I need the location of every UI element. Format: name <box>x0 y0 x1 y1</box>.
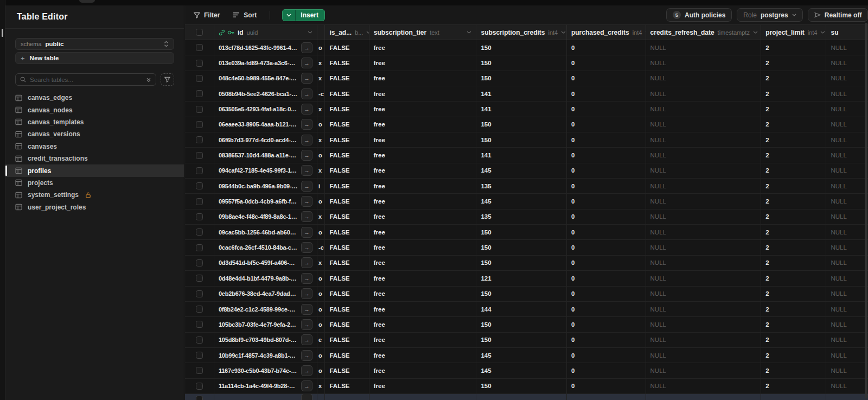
subscription-credits-cell[interactable]: 150 <box>476 225 566 239</box>
row-checkbox[interactable] <box>196 121 203 128</box>
clipped-right-cell[interactable]: NULL <box>826 379 868 393</box>
subscription-credits-cell[interactable]: 150 <box>476 240 566 255</box>
subscription-credits-cell[interactable]: 150 <box>476 55 566 70</box>
purchased-credits-cell[interactable]: 0 <box>567 101 646 116</box>
project-limit-cell[interactable]: 2 <box>761 194 826 208</box>
clipped-right-cell[interactable]: NULL <box>826 209 868 224</box>
expand-row-button[interactable]: → <box>301 181 312 192</box>
clipped-right-cell[interactable]: NULL <box>826 148 868 162</box>
expand-row-button[interactable]: → <box>301 211 312 222</box>
sidebar-filter-button[interactable] <box>161 73 174 86</box>
purchased-credits-cell[interactable]: 0 <box>567 302 646 316</box>
row-checkbox[interactable] <box>196 60 203 67</box>
chevron-down-icon[interactable] <box>753 31 758 34</box>
purchased-credits-cell[interactable]: 0 <box>567 225 646 239</box>
subscription-credits-cell[interactable]: 141 <box>476 148 566 162</box>
credits-refresh-date-cell[interactable]: NULL <box>646 55 762 70</box>
expand-row-button[interactable]: → <box>301 165 312 176</box>
row-checkbox[interactable] <box>196 167 203 174</box>
purchased-credits-cell[interactable]: 0 <box>567 40 646 55</box>
project-limit-cell[interactable]: 2 <box>761 379 826 393</box>
row-checkbox[interactable] <box>196 259 203 266</box>
credits-refresh-date-cell[interactable]: NULL <box>646 287 762 301</box>
clipped-right-cell[interactable]: NULL <box>826 225 868 239</box>
is-admin-cell[interactable]: FALSE <box>325 256 369 270</box>
sidebar-table-item[interactable]: user_project_roles <box>5 201 184 213</box>
chevron-down-icon[interactable] <box>820 31 825 34</box>
expand-row-button[interactable]: → <box>301 73 312 84</box>
sidebar-table-item[interactable]: system_settings <box>5 189 184 201</box>
purchased-credits-cell[interactable]: 0 <box>567 317 646 332</box>
is-admin-cell[interactable]: FALSE <box>325 363 369 378</box>
clipped-cell[interactable]: o <box>317 194 325 208</box>
id-cell[interactable]: 0eb2b676-38ed-4ea7-9dad-38e6 → <box>214 287 317 301</box>
clipped-cell[interactable]: x <box>317 256 325 270</box>
project-limit-cell[interactable]: 2 <box>761 302 826 316</box>
purchased-credits-cell[interactable]: 0 <box>567 271 646 285</box>
clipped-right-cell[interactable]: NULL <box>826 117 868 132</box>
clipped-cell[interactable]: e <box>317 333 325 347</box>
clipped-right-cell[interactable]: NULL <box>826 55 868 70</box>
clipped-cell[interactable]: x <box>317 71 325 86</box>
row-checkbox[interactable] <box>196 198 203 205</box>
clipped-right-cell[interactable]: NULL <box>826 240 868 255</box>
credits-refresh-date-cell[interactable]: NULL <box>646 225 762 239</box>
subscription-tier-cell[interactable]: free <box>369 317 477 332</box>
project-limit-cell[interactable]: 2 <box>761 240 826 255</box>
sidebar-table-item[interactable]: canvases <box>5 141 184 153</box>
expand-row-button[interactable]: → <box>301 88 312 99</box>
clipped-cell[interactable]: x <box>317 209 325 224</box>
subscription-tier-cell[interactable]: free <box>369 287 477 301</box>
realtime-toggle-button[interactable]: Realtime off <box>808 8 868 22</box>
project-limit-cell[interactable]: 2 <box>761 71 826 86</box>
sidebar-table-item[interactable]: canvas_versions <box>5 128 184 140</box>
clipped-right-cell[interactable]: NULL <box>826 86 868 101</box>
project-limit-cell[interactable]: 2 <box>761 209 826 224</box>
row-checkbox[interactable] <box>196 228 203 236</box>
credits-refresh-date-cell[interactable]: NULL <box>646 317 762 332</box>
subscription-tier-cell[interactable]: free <box>369 209 477 224</box>
expand-row-button[interactable]: → <box>301 319 312 330</box>
role-select-button[interactable]: Role postgres <box>737 8 802 22</box>
subscription-tier-cell[interactable]: free <box>369 333 477 347</box>
is-admin-cell[interactable]: FALSE <box>325 55 369 70</box>
id-cell[interactable]: 0d3d541d-bf5c-459f-a406-16b93 → <box>214 256 317 270</box>
clipped-cell[interactable]: x <box>317 379 325 393</box>
insert-chevron-icon[interactable] <box>283 10 296 21</box>
clipped-right-cell[interactable]: NULL <box>826 256 868 270</box>
expand-row-button[interactable]: → <box>301 273 312 284</box>
expand-row-button[interactable]: → <box>301 150 312 161</box>
is-admin-cell[interactable]: FALSE <box>325 71 369 86</box>
column-header-id[interactable]: id uuid <box>214 25 317 40</box>
id-cell[interactable]: 09cac5bb-1256-46bd-ab60-64ed → <box>214 225 317 239</box>
is-admin-cell[interactable]: FALSE <box>325 302 369 316</box>
credits-refresh-date-cell[interactable]: NULL <box>646 117 762 132</box>
expand-row-button[interactable]: → <box>301 242 312 253</box>
purchased-credits-cell[interactable]: 0 <box>567 209 646 224</box>
subscription-tier-cell[interactable]: free <box>369 40 477 55</box>
credits-refresh-date-cell[interactable]: NULL <box>646 209 762 224</box>
clipped-cell[interactable]: o <box>317 117 325 132</box>
subscription-credits-cell[interactable]: 150 <box>476 132 566 147</box>
subscription-credits-cell[interactable]: 150 <box>476 117 566 132</box>
project-limit-cell[interactable]: 2 <box>761 179 826 193</box>
is-admin-cell[interactable]: FALSE <box>325 348 369 363</box>
sidebar-table-item[interactable]: canvas_nodes <box>5 104 184 116</box>
project-limit-cell[interactable]: 2 <box>761 101 826 116</box>
id-cell[interactable]: 1167e930-e5b0-43b7-b74c-788c9 → <box>214 363 317 378</box>
is-admin-cell[interactable]: FALSE <box>325 379 369 393</box>
id-cell[interactable]: 08386537-10d4-488a-a11e-eb5a6 → <box>214 148 317 162</box>
insert-button[interactable]: Insert <box>282 9 325 21</box>
is-admin-cell[interactable]: FALSE <box>325 194 369 208</box>
subscription-tier-cell[interactable]: free <box>369 240 477 255</box>
new-table-button[interactable]: + New table <box>15 52 174 64</box>
is-admin-cell[interactable]: FALSE <box>325 179 369 193</box>
project-limit-cell[interactable]: 2 <box>761 55 826 70</box>
id-cell[interactable]: 048c4e50-b989-455e-847e-fb2f → <box>214 71 317 86</box>
expand-row-button[interactable]: → <box>301 380 312 391</box>
purchased-credits-cell[interactable]: 0 <box>567 55 646 70</box>
column-header-clipped[interactable] <box>317 25 325 40</box>
collapse-all-icon[interactable] <box>146 77 151 82</box>
credits-refresh-date-cell[interactable]: NULL <box>646 86 762 101</box>
clipped-cell[interactable]: o <box>317 348 325 363</box>
